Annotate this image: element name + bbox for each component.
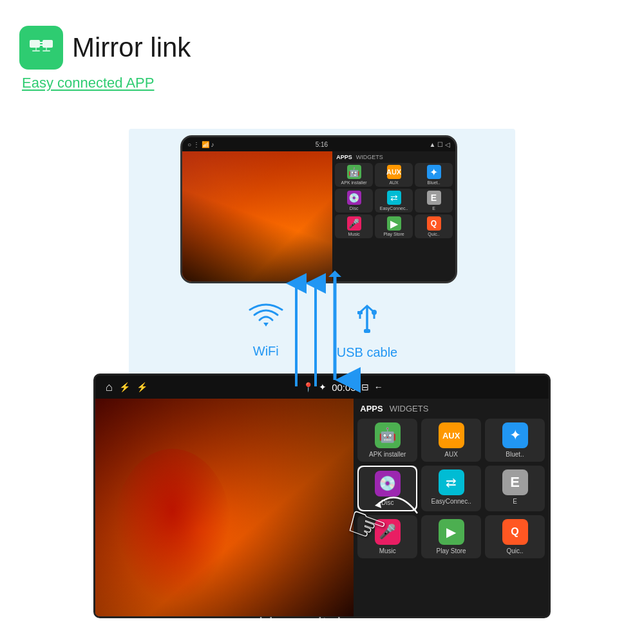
subtitle: Easy connected APP bbox=[22, 75, 191, 91]
car-easyconnect-icon: ⇄ bbox=[439, 469, 464, 495]
car-app-aux: AUX AUX bbox=[421, 419, 481, 462]
car-head-unit: ⌂ ⚡ ⚡ 📍 ✦ 00:03 ⊟ ← bbox=[93, 374, 551, 618]
phone-app-bluetooth: ✦ Bluet.. bbox=[415, 163, 453, 187]
aux-icon: AUX bbox=[387, 165, 401, 179]
phone-tab-widgets: WIDGETS bbox=[356, 154, 383, 160]
phone-tab-apps: APPS bbox=[336, 154, 352, 160]
car-app-easyconnect: ⇄ EasyConnec.. bbox=[421, 466, 481, 511]
phone-app-easyconnect: ⇄ EasyConnec.. bbox=[375, 189, 413, 213]
phone-app-playstore: ▶ Play Store bbox=[375, 214, 413, 238]
car-usb-icon2: ⚡ bbox=[137, 382, 147, 392]
phone-app-disc: 💿 Disc bbox=[335, 189, 373, 213]
playstore-icon: ▶ bbox=[387, 216, 401, 231]
disc-pointer-arrow bbox=[372, 488, 424, 520]
mirror-link-row: Mirror link bbox=[19, 26, 191, 70]
disc-icon: 💿 bbox=[347, 191, 361, 205]
phone-status-icons-right: ▲ ☐ ◁ bbox=[430, 141, 450, 148]
phone-content: APPS WIDGETS 🤖 APK installer AUX AUX ✦ B… bbox=[182, 151, 455, 281]
phone-tabs: APPS WIDGETS bbox=[335, 154, 453, 160]
connection-arrows bbox=[251, 270, 393, 399]
svg-rect-0 bbox=[30, 40, 40, 48]
phone-time: 5:16 bbox=[316, 141, 328, 148]
quick-icon: Q bbox=[427, 216, 441, 231]
car-quick-icon: Q bbox=[502, 519, 528, 545]
car-app-bluetooth: ✦ Bluet.. bbox=[485, 419, 545, 462]
page-title: Mirror link bbox=[72, 32, 191, 63]
watermark: id.carmitek.com bbox=[259, 614, 385, 634]
car-tabs: APPS WIDGETS bbox=[357, 404, 545, 413]
apk-icon: 🤖 bbox=[347, 165, 361, 179]
svg-rect-2 bbox=[32, 50, 40, 52]
car-content: APPS WIDGETS 🤖 APK installer AUX AUX ✦ B… bbox=[95, 399, 549, 616]
phone-app-aux: AUX AUX bbox=[375, 163, 413, 187]
car-app-apk: 🤖 APK installer bbox=[357, 419, 417, 462]
car-app-quick: Q Quic.. bbox=[485, 515, 545, 558]
phone-side-button bbox=[456, 176, 457, 202]
phone-video-content bbox=[182, 151, 332, 281]
bluetooth-icon: ✦ bbox=[427, 165, 441, 179]
music-icon: 🎤 bbox=[347, 216, 361, 231]
car-tab-apps: APPS bbox=[360, 404, 383, 413]
phone-app-music: 🎤 Music bbox=[335, 214, 373, 238]
e-app-icon: E bbox=[427, 191, 441, 205]
phone-apps-grid: 🤖 APK installer AUX AUX ✦ Bluet.. 💿 Disc bbox=[335, 163, 453, 238]
phone-device: ○ ⋮ 📶 ♪ 5:16 ▲ ☐ ◁ APPS WIDGETS 🤖 APK in… bbox=[180, 135, 457, 283]
car-usb-icon1: ⚡ bbox=[119, 382, 130, 392]
easyconnect-icon: ⇄ bbox=[387, 191, 401, 205]
svg-rect-1 bbox=[43, 40, 53, 48]
car-bluetooth-app-icon: ✦ bbox=[502, 422, 528, 448]
phone-app-apk: 🤖 APK installer bbox=[335, 163, 373, 187]
phone-app-e: E E bbox=[415, 189, 453, 213]
svg-rect-3 bbox=[43, 50, 50, 52]
car-video-content bbox=[95, 399, 354, 616]
phone-apps-panel: APPS WIDGETS 🤖 APK installer AUX AUX ✦ B… bbox=[332, 151, 455, 281]
mirror-link-icon bbox=[19, 26, 63, 70]
car-status-left: ⌂ ⚡ ⚡ bbox=[106, 381, 147, 394]
phone-status-bar: ○ ⋮ 📶 ♪ 5:16 ▲ ☐ ◁ bbox=[182, 137, 455, 151]
car-app-e: E E bbox=[485, 466, 545, 511]
car-home-icon: ⌂ bbox=[106, 381, 113, 394]
car-apk-icon: 🤖 bbox=[375, 422, 401, 448]
phone-status-icons-left: ○ ⋮ 📶 ♪ bbox=[187, 141, 214, 148]
car-playstore-icon: ▶ bbox=[439, 519, 464, 545]
phone-app-quick: Q Quic.. bbox=[415, 214, 453, 238]
header-section: Mirror link Easy connected APP bbox=[19, 26, 191, 91]
car-aux-icon: AUX bbox=[439, 422, 464, 448]
car-tab-widgets: WIDGETS bbox=[390, 404, 429, 413]
diagram-area: ○ ⋮ 📶 ♪ 5:16 ▲ ☐ ◁ APPS WIDGETS 🤖 APK in… bbox=[0, 129, 644, 644]
car-app-playstore: ▶ Play Store bbox=[421, 515, 481, 558]
car-e-icon: E bbox=[502, 469, 528, 495]
